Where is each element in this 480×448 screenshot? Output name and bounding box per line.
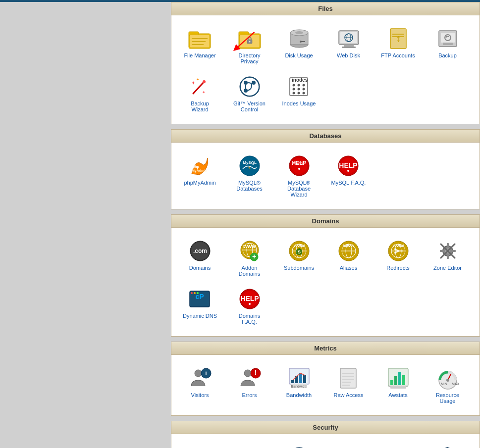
svg-text:MySQL: MySQL — [243, 160, 257, 165]
visitors-label: Visitors — [191, 392, 209, 398]
ftp-accounts-item[interactable]: ↕ FTP Accounts — [374, 23, 422, 68]
errors-icon: ! — [238, 366, 262, 390]
svg-text:✦: ✦ — [202, 90, 206, 95]
domains-item[interactable]: .com Domains — [176, 235, 223, 281]
phpmyadmin-item[interactable]: php MyAdmin phpMyAdmin — [176, 150, 223, 201]
errors-item[interactable]: ! Errors — [226, 362, 273, 408]
mysql-faq-label: MySQL F.A.Q. — [331, 180, 366, 186]
bandwidth-icon: Bandwidth — [287, 366, 311, 390]
domains-header: Domains — [171, 215, 480, 228]
svg-text:S: S — [297, 249, 300, 254]
backup-item[interactable]: Backup — [424, 23, 471, 68]
resource-usage-item[interactable]: MIN MAX ResourceUsage — [424, 362, 471, 408]
hotlink-protection-icon — [337, 446, 361, 448]
svg-point-69 — [347, 170, 349, 172]
mysql-database-wizard-item[interactable]: HELP MySQL® MySQL®DatabaseWizard — [275, 150, 322, 201]
domains-icon: .com — [188, 239, 212, 263]
svg-point-41 — [244, 81, 248, 85]
addon-domains-label: AddonDomains — [239, 265, 260, 277]
visitors-icon: i — [188, 366, 212, 390]
modsecurity-item[interactable]: MOD ModSecurity — [424, 442, 471, 448]
subdomains-icon: WWW S — [287, 239, 311, 263]
ssl-tls-item[interactable]: SSL/TLS — [226, 442, 273, 448]
bandwidth-label: Bandwidth — [286, 392, 312, 398]
svg-point-18 — [300, 41, 302, 43]
leech-protection-icon — [386, 446, 410, 448]
svg-text:cP: cP — [196, 293, 204, 300]
web-disk-item[interactable]: Web Disk — [325, 23, 372, 68]
directory-privacy-item[interactable]: DirectoryPrivacy — [226, 23, 273, 68]
addon-domains-item[interactable]: WWW + AddonDomains — [226, 235, 273, 281]
svg-text:HELP: HELP — [339, 161, 358, 169]
visitors-item[interactable]: i Visitors — [176, 362, 223, 408]
domains-section: Domains .com Domains — [171, 214, 480, 337]
git-version-control-item[interactable]: Git™ VersionControl — [226, 71, 273, 116]
svg-point-109 — [197, 292, 199, 294]
svg-point-48 — [298, 84, 300, 87]
security-header: Security — [171, 421, 480, 434]
raw-access-label: Raw Access — [334, 392, 364, 398]
svg-text:+: + — [252, 252, 256, 260]
svg-text:!: ! — [254, 369, 257, 377]
aliases-label: Aliases — [340, 265, 357, 271]
dynamic-dns-icon: cP — [188, 287, 212, 311]
manage-api-tokens-icon: API — [287, 446, 311, 448]
svg-text:inodes: inodes — [292, 77, 308, 83]
mysql-database-wizard-label: MySQL®DatabaseWizard — [287, 180, 311, 198]
svg-point-40 — [241, 78, 259, 96]
mysql-databases-icon: MySQL ® — [238, 154, 262, 178]
svg-point-113 — [249, 303, 251, 305]
backup-label: Backup — [438, 52, 457, 58]
git-version-control-label: Git™ VersionControl — [233, 100, 266, 112]
zone-editor-item[interactable]: Zone Editor — [424, 235, 471, 281]
svg-text:MyAdmin: MyAdmin — [192, 169, 208, 173]
ssh-access-item[interactable]: $ _ SSH Access — [176, 442, 223, 448]
addon-domains-icon: WWW + — [238, 239, 262, 263]
raw-access-icon — [336, 366, 360, 390]
inodes-usage-item[interactable]: inodes Inodes Us — [275, 71, 322, 116]
raw-access-item[interactable]: Raw Access — [325, 362, 372, 408]
domains-faq-label: DomainsF.A.Q. — [239, 313, 260, 325]
ssl-tls-icon — [238, 446, 262, 448]
svg-point-47 — [293, 84, 295, 87]
backup-wizard-icon: ✦ ✦ ✦ — [188, 75, 212, 99]
aliases-icon: WWW — [337, 239, 361, 263]
ssh-access-icon: $ _ — [188, 446, 212, 448]
svg-text:php: php — [193, 165, 199, 169]
resource-usage-label: ResourceUsage — [436, 392, 459, 404]
manage-api-tokens-item[interactable]: API Manage APITokens — [275, 442, 322, 448]
backup-wizard-item[interactable]: ✦ ✦ ✦ BackupWizard — [176, 71, 223, 116]
svg-point-42 — [252, 81, 256, 85]
errors-label: Errors — [242, 392, 257, 398]
svg-rect-123 — [299, 373, 302, 383]
mysql-databases-item[interactable]: MySQL ® MySQL®Databases — [226, 150, 273, 201]
svg-point-53 — [293, 92, 295, 95]
security-section: Security $ _ SSH Access — [171, 421, 480, 448]
svg-point-50 — [293, 88, 295, 91]
svg-point-54 — [298, 92, 300, 95]
svg-text:MIN: MIN — [441, 382, 447, 386]
svg-point-43 — [244, 89, 248, 93]
svg-rect-139 — [390, 386, 406, 389]
dynamic-dns-item[interactable]: cP Dynamic DNS — [176, 283, 223, 329]
svg-rect-101 — [440, 250, 444, 252]
file-manager-item[interactable]: File Manager — [176, 23, 223, 68]
svg-point-117 — [244, 370, 251, 377]
subdomains-item[interactable]: WWW S Subdomains — [275, 235, 322, 281]
backup-icon — [436, 27, 460, 50]
redirects-item[interactable]: WWW Redirects — [374, 235, 422, 281]
leech-protection-item[interactable]: LeechProtection — [374, 442, 422, 448]
mysql-database-wizard-icon: HELP MySQL® — [287, 154, 311, 178]
files-header: Files — [171, 2, 480, 15]
awstats-item[interactable]: Awstats — [374, 362, 422, 408]
mysql-faq-item[interactable]: HELP MySQL F.A.Q. — [325, 150, 372, 201]
svg-rect-137 — [402, 375, 405, 385]
hotlink-protection-item[interactable]: HotlinkProtection — [325, 442, 372, 448]
svg-text:Bandwidth: Bandwidth — [291, 385, 307, 388]
aliases-item[interactable]: WWW Aliases — [325, 235, 372, 281]
disk-usage-item[interactable]: Disk Usage — [275, 23, 322, 68]
bandwidth-item[interactable]: Bandwidth Bandwidth — [275, 362, 322, 408]
domains-faq-item[interactable]: HELP DomainsF.A.Q. — [226, 283, 273, 329]
svg-rect-22 — [342, 47, 356, 48]
svg-rect-134 — [390, 380, 393, 385]
